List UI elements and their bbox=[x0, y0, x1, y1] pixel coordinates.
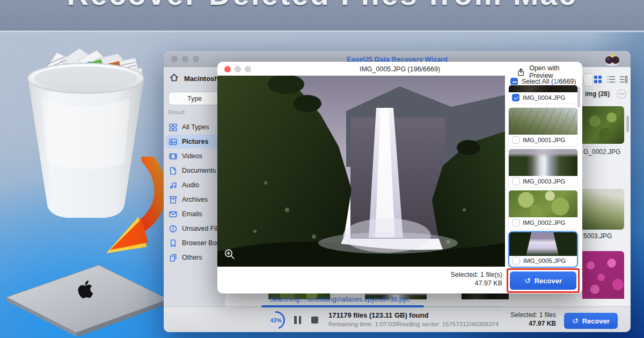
column-view-icon[interactable] bbox=[619, 75, 628, 84]
modal-zoom-button[interactable] bbox=[245, 66, 251, 72]
pause-button[interactable] bbox=[294, 316, 301, 324]
sidebar-item-archives[interactable]: Archives bbox=[165, 193, 224, 207]
status-bar bbox=[164, 306, 631, 332]
preview-image bbox=[217, 76, 505, 267]
banner-title: Recover Deleted Files from Mac bbox=[0, 0, 644, 12]
content-scrollbar[interactable] bbox=[626, 116, 629, 132]
sidebar-item-audio[interactable]: Audio bbox=[165, 178, 224, 192]
modal-minimize-button[interactable] bbox=[235, 66, 241, 72]
page: Recover Deleted Files from Mac bbox=[0, 0, 644, 338]
grid-thumbnail-label: 5003.JPG bbox=[583, 232, 625, 240]
thumbnail-image bbox=[509, 108, 577, 135]
thumbnail-card-img-0005-selected[interactable]: IMG_0005.JPG bbox=[508, 231, 578, 268]
macbook-illustration bbox=[1, 256, 174, 338]
stop-button[interactable] bbox=[311, 317, 318, 324]
modal-scrollbar[interactable] bbox=[577, 87, 580, 107]
share-icon bbox=[517, 68, 525, 77]
checkbox-unchecked[interactable] bbox=[512, 178, 519, 185]
sidebar-item-documents[interactable]: Documents bbox=[165, 164, 224, 178]
thumbnail-card-img-0001[interactable]: IMG_0001.JPG bbox=[508, 107, 578, 147]
banner-band: Recover Deleted Files from Mac bbox=[0, 0, 644, 31]
archives-icon bbox=[169, 196, 177, 204]
grid-view-icon[interactable] bbox=[594, 75, 602, 84]
checkbox-unchecked[interactable] bbox=[512, 136, 519, 144]
sidebar-item-unsaved-files[interactable]: Unsaved File bbox=[165, 222, 224, 236]
checkbox-checked[interactable] bbox=[512, 94, 519, 101]
sidebar-item-pictures[interactable]: Pictures bbox=[165, 135, 224, 149]
result-section-label: Result bbox=[168, 109, 185, 115]
checkbox-unchecked[interactable] bbox=[512, 219, 519, 226]
sidebar-item-emails[interactable]: Emails bbox=[165, 207, 224, 221]
list-view-icon[interactable] bbox=[607, 75, 616, 84]
select-all-checkbox[interactable]: Select All (1/6669) bbox=[510, 78, 576, 85]
thumbnail-image bbox=[509, 85, 577, 92]
unsaved-files-icon bbox=[169, 225, 177, 233]
recover-icon: ↺ bbox=[524, 276, 531, 285]
grid-thumbnail-label: G_0002.JPG bbox=[583, 148, 625, 156]
pause-icon bbox=[299, 316, 302, 324]
thumbnail-image bbox=[509, 190, 577, 217]
mascot-icon[interactable] bbox=[602, 52, 623, 67]
open-with-preview-button[interactable]: Open with Preview bbox=[517, 64, 582, 79]
modal-recover-button[interactable]: ↺ Recover bbox=[510, 271, 576, 290]
recover-icon: ↺ bbox=[572, 317, 579, 325]
ellipsis-menu-icon[interactable] bbox=[616, 89, 627, 99]
emails-icon bbox=[169, 210, 177, 218]
statusbar-recover-button[interactable]: ↺ Recover bbox=[564, 313, 618, 329]
audio-icon bbox=[169, 181, 177, 189]
searching-path: Searching:...\encodings\aliases.cpython-… bbox=[269, 296, 409, 303]
bookmark-icon bbox=[169, 239, 177, 247]
home-icon[interactable] bbox=[170, 73, 179, 82]
banner-divider bbox=[0, 31, 644, 32]
modal-title: IMG_0005.JPG (196/6669) bbox=[282, 65, 518, 73]
thumbnail-card-img-0004[interactable]: IMG_0004.JPG bbox=[508, 85, 578, 104]
sidebar-item-videos[interactable]: Videos bbox=[165, 149, 224, 163]
modal-selected-label: Selected: 1 file(s) bbox=[413, 271, 502, 278]
type-filter-button[interactable]: Type bbox=[169, 92, 221, 105]
grid-thumbnail[interactable] bbox=[582, 189, 624, 230]
sidebar-item-all-types[interactable]: All Types bbox=[165, 120, 224, 134]
scan-progress-fill bbox=[261, 305, 424, 307]
search-input[interactable] bbox=[583, 74, 592, 86]
others-icon bbox=[169, 254, 177, 262]
files-found-text: 171179 files (123.11 GB) found bbox=[328, 311, 428, 319]
sidebar-item-others[interactable]: Others bbox=[165, 251, 224, 264]
videos-icon bbox=[169, 152, 177, 160]
progress-percent: 43% bbox=[265, 310, 287, 331]
thumbnail-image bbox=[509, 232, 577, 256]
select-all-indeterminate-checkbox bbox=[510, 78, 518, 85]
checkbox-unchecked[interactable] bbox=[513, 257, 520, 264]
selected-count: 1 bbox=[553, 78, 557, 85]
grid-thumbnail[interactable] bbox=[582, 251, 624, 299]
thumbnail-image bbox=[509, 149, 577, 176]
sidebar-item-browser-bookmarks[interactable]: Browser Boo bbox=[165, 236, 224, 250]
statusbar-selected-size: 47.97 KB bbox=[470, 320, 556, 327]
zoom-in-icon[interactable] bbox=[224, 248, 236, 260]
divider bbox=[610, 89, 611, 98]
group-header: img (28) bbox=[585, 90, 610, 98]
pause-icon bbox=[294, 316, 297, 324]
thumbnail-card-img-0002[interactable]: IMG_0002.JPG bbox=[508, 190, 578, 230]
modal-close-button[interactable] bbox=[224, 66, 231, 72]
grid-thumbnail[interactable] bbox=[582, 106, 624, 144]
arrow-illustration bbox=[96, 157, 168, 264]
all-types-icon bbox=[169, 123, 177, 131]
modal-selected-size: 47.97 KB bbox=[413, 280, 502, 287]
statusbar-selected-label: Selected: 1 files bbox=[470, 311, 556, 319]
documents-icon bbox=[169, 167, 177, 175]
pictures-icon bbox=[169, 138, 177, 146]
thumbnail-card-img-0003[interactable]: IMG_0003.JPG bbox=[508, 149, 578, 188]
grid-thumbnail bbox=[462, 293, 509, 299]
